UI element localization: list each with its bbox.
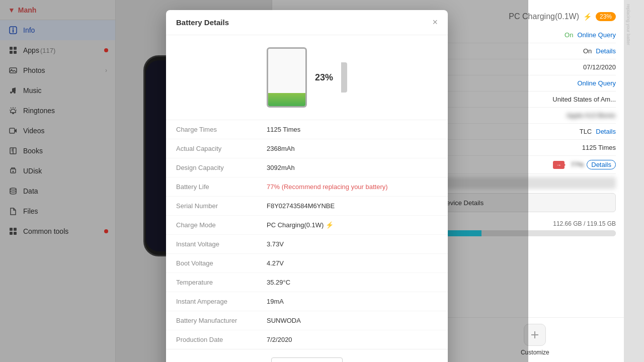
sales-region-value: United States of Am... [552,96,616,103]
modal-battery-life-value: 77% (Recommend replacing your battery) [267,183,388,191]
disk-type-value: TLC [580,128,592,135]
modal-overlay: Battery Details × 23% Charge Times 1125 … [0,0,528,362]
modal-header: Battery Details × [166,10,448,35]
modal-instant-voltage-row: Instant Voltage 3.73V [166,235,448,254]
modal-battery-life-label: Battery Life [176,183,267,191]
cpu-value: Apple A13 Bionic [567,112,616,119]
modal-manufacturer-label: Battery Manufacturer [176,317,267,324]
modal-title: Battery Details [176,18,229,27]
apple-id-lock-value: On [565,31,573,39]
battery-details-modal: Battery Details × 23% Charge Times 1125 … [166,10,448,362]
battery-percent-value: 77% [571,161,584,168]
modal-charge-mode-value: PC Charging(0.1W) ⚡ [267,221,334,229]
lightning-icon: ⚡ [583,13,592,21]
red-arrow-annotation: → [553,161,565,169]
modal-serial-value: F8Y02743584M6YNBE [267,202,335,210]
modal-production-date-label: Production Date [176,336,267,343]
modal-design-capacity-label: Design Capacity [176,164,267,171]
modal-body: Charge Times 1125 Times Actual Capacity … [166,120,448,349]
modal-close-button[interactable]: × [432,17,438,28]
modal-design-capacity-row: Design Capacity 3092mAh [166,158,448,177]
modal-manufacturer-value: SUNWODA [267,317,301,324]
ok-button[interactable]: OK [271,357,343,362]
modal-temperature-label: Temperature [176,279,267,286]
cloud-details-link[interactable]: Details [596,47,616,55]
modal-footer: OK [166,349,448,362]
modal-boot-voltage-label: Boot Voltage [176,259,267,267]
modal-actual-capacity-value: 2368mAh [267,145,295,152]
right-edge-content: replacing your batter [624,0,633,49]
modal-instant-amperage-label: Instant Amperage [176,298,267,305]
modal-manufacturer-row: Battery Manufacturer SUNWODA [166,311,448,330]
modal-instant-amperage-value: 19mA [267,298,284,305]
modal-instant-voltage-label: Instant Voltage [176,240,267,248]
modal-charge-times-value: 1125 Times [267,126,300,133]
modal-charge-mode-row: Charge Mode PC Charging(0.1W) ⚡ [166,216,448,235]
modal-actual-capacity-row: Actual Capacity 2368mAh [166,139,448,158]
modal-instant-amperage-row: Instant Amperage 19mA [166,292,448,311]
charge-times-value: 1125 Times [582,144,616,151]
battery-percent-display: 23% [315,72,333,83]
modal-temperature-row: Temperature 35.29°C [166,273,448,292]
modal-battery-life-row: Battery Life 77% (Recommend replacing yo… [166,177,448,197]
modal-production-date-value: 7/2/2020 [267,336,292,343]
modal-charge-mode-label: Charge Mode [176,221,267,229]
modal-actual-capacity-label: Actual Capacity [176,145,267,152]
modal-temperature-value: 35.29°C [267,279,290,286]
warranty-query-link[interactable]: Online Query [577,79,616,87]
modal-boot-voltage-value: 4.27V [267,259,284,267]
modal-serial-row: Serial Number F8Y02743584M6YNBE [166,197,448,216]
cloud-value: On [583,47,592,55]
disk-details-link[interactable]: Details [596,128,616,135]
modal-instant-voltage-value: 3.73V [267,240,284,248]
modal-production-date-row: Production Date 7/2/2020 [166,330,448,349]
battery-percent-badge: 23% [596,12,616,21]
online-query-link-1[interactable]: Online Query [577,31,616,39]
modal-charge-times-label: Charge Times [176,126,267,133]
battery-visual: 23% [166,35,448,120]
right-edge: replacing your batter [624,0,644,362]
prod-date-value: 07/12/2020 [583,63,616,71]
modal-serial-label: Serial Number [176,202,267,210]
battery-body [267,47,307,108]
modal-design-capacity-value: 3092mAh [267,164,295,171]
battery-cap [341,62,347,93]
battery-fill [268,93,305,106]
modal-charge-times-row: Charge Times 1125 Times [166,120,448,139]
modal-boot-voltage-row: Boot Voltage 4.27V [166,254,448,273]
battery-life-details-btn[interactable]: Details [587,160,616,169]
